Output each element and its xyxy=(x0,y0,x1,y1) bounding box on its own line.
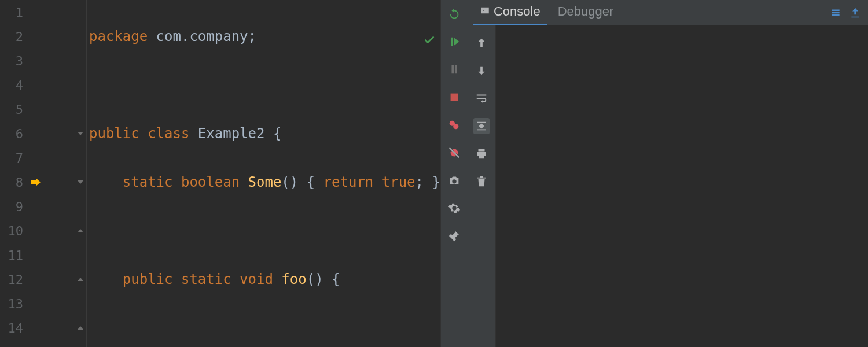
gutter-row[interactable]: 6 xyxy=(0,121,86,146)
console-icon xyxy=(480,4,490,19)
lineno: 5 xyxy=(0,102,28,117)
svg-rect-0 xyxy=(451,94,458,101)
gutter-row[interactable]: 9 xyxy=(0,194,86,219)
debug-tool-window: Console Debugger xyxy=(468,0,868,347)
settings-icon[interactable] xyxy=(446,200,462,216)
tool-window-tabs: Console Debugger xyxy=(468,0,868,25)
tab-console-label: Console xyxy=(494,4,540,19)
lineno: 12 xyxy=(0,272,28,287)
lineno: 2 xyxy=(0,29,28,44)
debug-toolbar xyxy=(440,0,468,347)
tab-console[interactable]: Console xyxy=(473,0,547,25)
lineno: 1 xyxy=(0,5,28,20)
lineno: 13 xyxy=(0,297,28,311)
gutter-row[interactable]: 5 xyxy=(0,97,86,121)
code-line[interactable]: public class Example2 { xyxy=(87,121,440,146)
tab-debugger[interactable]: Debugger xyxy=(551,0,621,25)
fold-toggle-icon[interactable] xyxy=(76,226,85,235)
gutter-row[interactable]: 2 xyxy=(0,24,86,49)
up-icon[interactable] xyxy=(473,35,490,51)
resume-icon[interactable] xyxy=(446,34,462,50)
fold-toggle-icon[interactable] xyxy=(76,323,85,333)
mute-breakpoints-icon[interactable] xyxy=(446,145,462,161)
gutter-row[interactable]: 13 xyxy=(0,291,86,316)
code-line[interactable] xyxy=(87,316,440,340)
lineno: 6 xyxy=(0,127,28,141)
collapse-icon[interactable] xyxy=(847,5,863,21)
menu-icon[interactable] xyxy=(827,5,844,21)
gutter-row[interactable]: 12 xyxy=(0,267,86,291)
gutter-row[interactable]: 8 xyxy=(0,170,86,194)
fold-toggle-icon[interactable] xyxy=(76,178,85,187)
fold-toggle-icon[interactable] xyxy=(76,275,85,284)
pause-icon[interactable] xyxy=(446,61,462,77)
lineno: 8 xyxy=(0,175,28,190)
lineno: 14 xyxy=(0,321,28,335)
gutter: 1 2 3 4 5 6 7 8 9 10 11 12 13 14 xyxy=(0,0,87,347)
view-breakpoints-icon[interactable] xyxy=(446,117,462,133)
lineno: 3 xyxy=(0,54,28,68)
svg-rect-6 xyxy=(481,8,489,14)
rerun-icon[interactable] xyxy=(446,6,462,22)
down-icon[interactable] xyxy=(473,62,490,79)
lineno: 10 xyxy=(0,224,28,238)
scroll-end-icon[interactable] xyxy=(473,118,490,134)
fold-toggle-icon[interactable] xyxy=(76,129,85,138)
camera-icon[interactable] xyxy=(446,172,462,189)
trash-icon[interactable] xyxy=(473,174,490,190)
editor: 1 2 3 4 5 6 7 8 9 10 11 12 13 14 package… xyxy=(0,0,440,347)
svg-point-2 xyxy=(454,124,459,129)
gutter-row[interactable]: 4 xyxy=(0,73,86,97)
soft-wrap-icon[interactable] xyxy=(473,90,490,106)
code-line[interactable] xyxy=(87,219,440,243)
lineno: 4 xyxy=(0,78,28,93)
tab-debugger-label: Debugger xyxy=(558,4,614,19)
lineno: 11 xyxy=(0,248,28,263)
code-line[interactable]: static boolean Some() { return true; } xyxy=(87,170,440,194)
gutter-row[interactable]: 11 xyxy=(0,243,86,267)
gutter-row[interactable]: 7 xyxy=(0,146,86,170)
gutter-row[interactable]: 14 xyxy=(0,316,86,340)
code-area[interactable]: package com.company; public class Exampl… xyxy=(87,0,440,347)
lineno: 9 xyxy=(0,200,28,214)
code-line[interactable]: public static void foo() { xyxy=(87,267,440,291)
stop-icon[interactable] xyxy=(446,89,462,105)
analysis-ok-icon[interactable] xyxy=(373,5,436,77)
gutter-row[interactable]: 10 xyxy=(0,219,86,243)
execution-pointer-icon xyxy=(30,176,42,188)
pin-icon[interactable] xyxy=(446,228,462,244)
gutter-row[interactable]: 3 xyxy=(0,49,86,73)
print-icon[interactable] xyxy=(473,146,490,162)
console-side-toolbar xyxy=(468,25,496,347)
gutter-row[interactable]: 1 xyxy=(0,0,86,24)
console-output[interactable] xyxy=(496,25,868,347)
lineno: 7 xyxy=(0,151,28,165)
